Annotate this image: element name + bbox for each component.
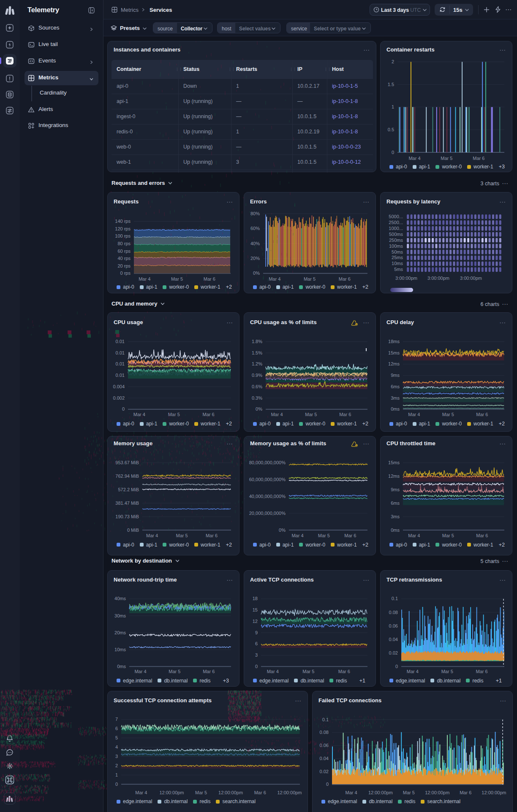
svg-text:572.2 MiB: 572.2 MiB — [118, 487, 139, 492]
svg-text:Mar 6: Mar 6 — [476, 669, 488, 674]
svg-text:2: 2 — [392, 59, 394, 64]
svg-text:190.73 MiB: 190.73 MiB — [115, 514, 139, 519]
svg-text:60 rps: 60 rps — [117, 249, 131, 254]
svg-text:Mar 6: Mar 6 — [204, 276, 215, 281]
svg-text:2: 2 — [115, 763, 118, 768]
svg-text:0.01: 0.01 — [116, 361, 125, 366]
svg-text:Mar 4: Mar 4 — [408, 412, 420, 417]
svg-text:Mar 6: Mar 6 — [203, 669, 215, 674]
svg-text:Mar 4: Mar 4 — [408, 156, 420, 161]
svg-text:0.004: 0.004 — [113, 384, 125, 389]
svg-text:0: 0 — [122, 406, 125, 411]
svg-text:Mar 4: Mar 4 — [407, 669, 419, 674]
svg-text:7: 7 — [115, 717, 118, 722]
svg-text:Mar 6: Mar 6 — [476, 412, 488, 417]
svg-text:Mar 5: Mar 5 — [442, 533, 454, 538]
svg-text:Mar 5: Mar 5 — [176, 533, 188, 538]
svg-text:9ms: 9ms — [391, 373, 400, 378]
svg-text:Mar 4: Mar 4 — [146, 533, 158, 538]
svg-text:Mar 6: Mar 6 — [344, 533, 356, 538]
svg-text:12:00:00pm: 12:00:00pm — [368, 790, 393, 795]
svg-text:Mar 5: Mar 5 — [168, 412, 180, 417]
svg-text:12:00:00pm: 12:00:00pm — [482, 790, 506, 795]
svg-text:80 rps: 80 rps — [117, 241, 131, 246]
svg-text:Mar 5: Mar 5 — [304, 276, 316, 281]
svg-text:0ms: 0ms — [117, 664, 126, 669]
svg-text:0.04: 0.04 — [389, 637, 398, 642]
svg-text:0.08: 0.08 — [320, 730, 329, 735]
svg-text:0.02: 0.02 — [320, 769, 329, 774]
svg-text:0.002: 0.002 — [113, 395, 125, 401]
svg-text:6ms: 6ms — [391, 501, 400, 506]
svg-text:100 rps: 100 rps — [115, 233, 131, 238]
svg-text:Mar 6: Mar 6 — [203, 412, 215, 417]
svg-text:500ms: 500ms — [389, 232, 403, 237]
svg-text:0%: 0% — [253, 271, 260, 276]
svg-text:40%: 40% — [250, 241, 260, 246]
svg-text:0.06: 0.06 — [320, 743, 329, 748]
svg-text:1: 1 — [392, 104, 394, 109]
svg-text:Mar 5: Mar 5 — [442, 412, 454, 417]
svg-text:12:00:00pm: 12:00:00pm — [159, 790, 184, 795]
svg-text:0.06: 0.06 — [389, 623, 398, 628]
svg-text:0 rps: 0 rps — [120, 271, 131, 276]
svg-text:3ms: 3ms — [391, 514, 400, 519]
svg-text:40,000,000,000%: 40,000,000,000% — [249, 494, 286, 499]
svg-text:0: 0 — [326, 782, 329, 787]
svg-text:Mar 5: Mar 5 — [318, 533, 330, 538]
svg-text:20,000,000,000%: 20,000,000,000% — [249, 511, 286, 516]
svg-text:6: 6 — [115, 726, 118, 731]
svg-text:0%: 0% — [256, 406, 262, 411]
svg-text:0: 0 — [255, 664, 258, 669]
svg-text:0ms: 0ms — [391, 528, 400, 533]
svg-text:5000...: 5000... — [389, 214, 403, 219]
svg-text:80,000,000,000%: 80,000,000,000% — [249, 460, 286, 465]
svg-text:Mar 4: Mar 4 — [134, 669, 146, 674]
svg-text:0.5: 0.5 — [388, 127, 394, 132]
svg-text:15ms: 15ms — [388, 350, 400, 355]
svg-text:Mar 5: Mar 5 — [169, 669, 180, 674]
svg-text:10ms: 10ms — [392, 261, 403, 266]
svg-text:0: 0 — [115, 782, 118, 787]
svg-text:Mar 4: Mar 4 — [269, 276, 280, 281]
svg-text:0 MiB: 0 MiB — [127, 528, 139, 533]
svg-text:18: 18 — [253, 596, 258, 601]
svg-text:3: 3 — [115, 754, 118, 759]
svg-text:381.47 MiB: 381.47 MiB — [115, 501, 139, 506]
svg-text:80%: 80% — [250, 211, 260, 216]
svg-text:5: 5 — [115, 735, 118, 740]
svg-text:1.5: 1.5 — [388, 82, 394, 87]
svg-text:0.9%: 0.9% — [252, 373, 262, 378]
svg-text:9: 9 — [255, 630, 258, 635]
svg-text:0.1: 0.1 — [322, 717, 329, 722]
svg-text:Mar 6: Mar 6 — [339, 276, 351, 281]
svg-text:60%: 60% — [250, 226, 260, 231]
svg-text:3ms: 3ms — [391, 395, 400, 401]
svg-text:18ms: 18ms — [388, 339, 400, 344]
svg-text:Mar 5: Mar 5 — [441, 669, 453, 674]
svg-text:Mar 4: Mar 4 — [133, 412, 145, 417]
svg-text:12: 12 — [253, 619, 258, 624]
svg-text:3:00:00pm: 3:00:00pm — [427, 276, 449, 281]
svg-text:25ms: 25ms — [392, 255, 403, 260]
svg-text:1000...: 1000... — [389, 226, 403, 231]
svg-text:60,000,000,000%: 60,000,000,000% — [249, 477, 286, 482]
svg-text:6ms: 6ms — [391, 384, 400, 389]
svg-text:40 rps: 40 rps — [117, 256, 131, 261]
svg-text:Mar 6: Mar 6 — [339, 412, 351, 417]
svg-text:12ms: 12ms — [388, 361, 400, 366]
svg-text:20ms: 20ms — [114, 630, 126, 635]
svg-text:0.08: 0.08 — [389, 610, 398, 615]
svg-text:Mar 4: Mar 4 — [271, 412, 283, 417]
svg-text:Mar 6: Mar 6 — [206, 533, 218, 538]
svg-text:140 rps: 140 rps — [115, 219, 131, 224]
svg-text:1.5%: 1.5% — [252, 350, 262, 355]
svg-text:12:00:00pm: 12:00:00pm — [425, 790, 449, 795]
svg-text:3:00:00pm: 3:00:00pm — [395, 276, 417, 281]
svg-text:0%: 0% — [279, 528, 286, 533]
svg-text:Mar 6: Mar 6 — [473, 156, 484, 161]
svg-text:20%: 20% — [250, 256, 260, 261]
svg-text:0ms: 0ms — [391, 406, 400, 411]
svg-text:0.3%: 0.3% — [252, 395, 262, 401]
svg-text:Mar 4: Mar 4 — [291, 533, 303, 538]
